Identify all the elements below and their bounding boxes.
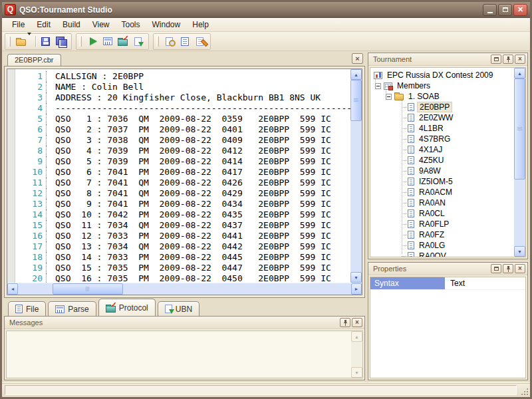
menu-item-tools[interactable]: Tools [116,19,146,31]
titlebar[interactable]: Q QSO:Tournament Studio ✕ [2,2,530,18]
scroll-track[interactable] [123,283,351,295]
tree-item-9a8w[interactable]: 9A8W [372,166,514,176]
scroll-down-button[interactable]: ▼ [514,246,525,257]
close-button[interactable]: ✕ [513,4,527,16]
tree-item-4l1br[interactable]: 4L1BR [372,123,514,134]
editor-horizontal-scrollbar[interactable]: ◄ ► [7,283,362,295]
menu-item-edit[interactable]: Edit [31,19,57,31]
collapse-expander[interactable] [375,83,381,89]
menu-item-view[interactable]: View [86,19,116,31]
line-text: QSO 13 : 7034 QM 2009-08-22 0442 2E0BPP … [46,241,331,252]
property-name[interactable]: Syntax [370,277,446,289]
menu-item-help[interactable]: Help [186,19,215,31]
tree-item-ra0lg[interactable]: RA0LG [372,240,514,251]
open-file-button[interactable] [13,35,29,49]
pin-button[interactable] [503,264,513,273]
props-button[interactable] [192,35,207,49]
resize-grip[interactable] [520,387,529,396]
parse-button[interactable] [100,35,115,49]
messages-panel-title: Messages [9,319,338,327]
scroll-track[interactable] [350,121,362,272]
pin-button[interactable] [503,55,513,64]
tournament-panel-titlebar[interactable]: Tournament × [368,53,527,66]
tree-item-members[interactable]: Members [372,80,514,91]
document-tab[interactable]: 2E0BPP.cbr [7,54,61,66]
minimize-button[interactable] [483,4,497,16]
scroll-track[interactable] [18,283,53,295]
scroll-thumb[interactable] [514,78,525,180]
open-file-dropdown-button[interactable] [29,35,33,47]
tree-item-4z5ku[interactable]: 4Z5KU [372,155,514,166]
menu-item-window[interactable]: Window [146,19,187,31]
scroll-thumb[interactable] [350,80,362,121]
doc-icon [408,103,414,111]
property-value[interactable]: Text [446,277,525,289]
properties-panel-titlebar[interactable]: Properties × [368,263,527,275]
tree-item-ra0cl[interactable]: RA0CL [372,208,514,219]
tree-item-2e0bpp[interactable]: 2E0BPP [372,102,514,112]
tree-item-ra0fz[interactable]: RA0FZ [372,229,514,240]
scroll-up-button[interactable]: ▲ [351,331,362,342]
line-number: 20 [15,273,46,283]
editor-vertical-scrollbar[interactable]: ▲ ▼ [350,69,362,283]
tab-parse[interactable]: Parse [48,301,96,316]
tree-connector [402,171,406,172]
menu-item-build[interactable]: Build [57,19,86,31]
line-text: QSO 3 : 7038 QM 2009-08-22 0409 2E0BPP 5… [46,135,331,146]
scroll-track[interactable] [514,180,525,246]
tree-item-ra0qv[interactable]: RA0QV [372,251,514,257]
run-button[interactable] [84,35,100,49]
maximize-button[interactable] [498,4,512,16]
tab-label: File [26,305,39,314]
scroll-down-button[interactable]: ▼ [351,367,362,378]
save-button[interactable] [38,35,53,49]
maximize-panel-button[interactable] [491,55,501,64]
save-all-button[interactable] [53,35,68,49]
tab-protocol[interactable]: Protocol [98,299,156,316]
find-button[interactable] [162,35,177,49]
close-panel-button[interactable]: × [515,55,525,64]
tree-connector [402,160,406,161]
pin-button[interactable] [340,318,350,327]
close-panel-button[interactable]: × [515,264,525,273]
tree-item-4s7brg[interactable]: 4S7BRG [372,134,514,144]
messages-scrollbar[interactable]: ▲ ▼ [351,331,362,378]
collapse-expander[interactable] [386,94,392,100]
tree-item-iz5iom-5[interactable]: IZ5IOM-5 [372,176,514,187]
tree-item-ra0an[interactable]: RA0AN [372,198,514,208]
scroll-up-button[interactable]: ▲ [514,68,525,78]
tournament-tree[interactable]: EPC Russia DX Contest 2009Members1. SOAB… [370,68,514,257]
ubn-button[interactable] [130,35,146,49]
tree-item-epc-russia-dx-contest-2009[interactable]: EPC Russia DX Contest 2009 [372,70,514,80]
scroll-right-button[interactable]: ► [351,283,362,295]
tab-file[interactable]: File [8,301,46,316]
scroll-down-button[interactable]: ▼ [350,272,362,283]
app-icon: Q [5,4,16,15]
document-close-button[interactable]: × [352,53,363,64]
scroll-thumb[interactable] [53,283,123,295]
tab-ubn[interactable]: UBN [158,301,200,316]
editor-text-area[interactable]: 1CALLSIGN : 2E0BPP2NAME : Colin Bell3ADD… [15,69,350,283]
messages-panel-titlebar[interactable]: Messages × [5,317,364,329]
tree-item-ra0acm[interactable]: RA0ACM [372,187,514,198]
line-text: QSO 14 : 7033 PM 2009-08-22 0445 2E0BPP … [46,252,331,263]
close-panel-button[interactable]: × [352,318,362,327]
tree-item-ra0flp[interactable]: RA0FLP [372,219,514,229]
protocol-button[interactable] [115,35,130,49]
tree-item-1-soab[interactable]: 1. SOAB [372,91,514,102]
toolbar-group-3 [153,33,211,50]
editor-line: 14QSO 10 : 7042 PM 2009-08-22 0435 2E0BP… [15,209,350,220]
tree-connector [402,107,406,108]
scroll-up-button[interactable]: ▲ [350,69,362,80]
tree-item-2e0zww[interactable]: 2E0ZWW [372,112,514,123]
maximize-icon [503,7,508,12]
tree-item-4x1aj[interactable]: 4X1AJ [372,144,514,155]
maximize-panel-button[interactable] [491,264,501,273]
scroll-left-button[interactable]: ◄ [7,283,18,295]
line-text: QSO 4 : 7039 PM 2009-08-22 0412 2E0BPP 5… [46,146,331,156]
tree-item-label: RA0FLP [417,219,451,229]
report-button[interactable] [177,35,192,49]
menu-item-file[interactable]: File [6,19,31,31]
properties-panel: Properties × SyntaxText [368,262,528,380]
tree-scrollbar[interactable]: ▲ ▼ [514,68,525,257]
